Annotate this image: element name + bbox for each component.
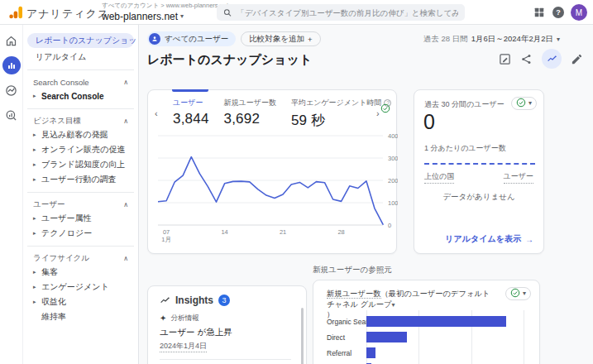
- metric-tab-0[interactable]: ユーザー3,844: [173, 98, 209, 130]
- channels-bar-chart: Organic SearchDirectReferral: [327, 310, 530, 364]
- global-search[interactable]: [217, 4, 465, 21]
- sidebar-item-3-1[interactable]: ▸エンゲージメント: [23, 280, 138, 295]
- bar[interactable]: [366, 316, 506, 327]
- sidebar-item-label: ブランド認知度の向上: [41, 159, 125, 170]
- caret-down-icon: ▾: [180, 13, 184, 20]
- explore-icon[interactable]: [2, 81, 21, 99]
- audience-filter-chip[interactable]: すべてのユーザー: [147, 31, 236, 46]
- google-analytics-logo-icon[interactable]: [8, 5, 23, 20]
- search-input[interactable]: [237, 8, 458, 17]
- sidebar-item-0-0[interactable]: ▸Search Console: [23, 89, 138, 103]
- sidebar-item-label: 集客: [41, 266, 58, 278]
- svg-text:21: 21: [280, 228, 286, 236]
- insights-toggle[interactable]: [542, 49, 562, 69]
- sidebar-section-header-0[interactable]: Search Console∧: [23, 75, 138, 89]
- sidebar-item-report-snapshot[interactable]: レポートのスナップショット: [27, 33, 134, 48]
- caret-down-icon: ▾: [391, 301, 395, 309]
- caret-down-icon: ▾: [523, 290, 526, 297]
- sources-data-quality-menu[interactable]: ▾: [505, 287, 531, 300]
- collapse-icon: ∧: [123, 201, 128, 208]
- arrow-right-icon: →: [525, 235, 533, 244]
- share-icon[interactable]: [520, 53, 533, 65]
- advertising-icon[interactable]: [2, 106, 21, 124]
- realtime-card: 過去 30 分間のユーザー ▾ 0 1 分あたりのユーザー数 上位の国 ユーザー…: [414, 89, 544, 254]
- new-users-sources-card: 新規ユーザー数（最初のユーザーのデフォルト チャネル グループ▾ ） ▾ Org…: [313, 280, 540, 364]
- insight-kicker: ✦分析情報: [160, 314, 291, 323]
- chevron-right-icon[interactable]: ›: [376, 108, 380, 118]
- item-arrow-icon: ▸: [33, 176, 41, 183]
- sidebar-section-header-3[interactable]: ライフサイクル∧: [23, 251, 138, 265]
- metric-label: 新規ユーザー数: [224, 98, 276, 108]
- item-arrow-icon: ▸: [33, 230, 41, 237]
- item-arrow-icon: ▸: [33, 161, 41, 168]
- metric-tab-1[interactable]: 新規ユーザー数3,692: [224, 98, 276, 130]
- reports-icon[interactable]: [2, 56, 21, 74]
- key-metrics-card: ‹ ユーザー3,844新規ユーザー数3,692平均エンゲージメント時間?59 秒…: [147, 89, 397, 254]
- sidebar-item-label: ユーザー属性: [41, 213, 91, 224]
- realtime-col-country[interactable]: 上位の国: [424, 171, 454, 184]
- sidebar-section-header-1[interactable]: ビジネス目標∧: [23, 114, 138, 127]
- realtime-col-users[interactable]: ユーザー: [504, 171, 533, 184]
- apps-grid-icon[interactable]: [533, 7, 545, 18]
- insights-scrollbar[interactable]: [301, 308, 304, 364]
- edit-icon[interactable]: [571, 53, 583, 65]
- sidebar-item-label: 維持率: [41, 311, 66, 323]
- date-range-selector[interactable]: 過去 28 日間 1月6日～2024年2月2日 ▾: [423, 34, 560, 45]
- account-switcher[interactable]: すべてのアカウント > www.web-planners.net web-pla…: [102, 2, 228, 22]
- audience-icon: [149, 33, 160, 45]
- compare-chip-label: 比較対象を追加: [249, 34, 304, 45]
- collapse-icon: ∧: [123, 79, 128, 86]
- insight-title[interactable]: ユーザー が急上昇: [160, 327, 291, 338]
- sidebar-item-3-2[interactable]: ▸収益化: [23, 295, 138, 309]
- svg-text:14: 14: [221, 228, 227, 236]
- date-range-label: 過去 28 日間: [423, 34, 468, 45]
- sidebar-divider: [27, 108, 134, 109]
- users-line-series: [158, 157, 383, 225]
- insight-divider: [160, 359, 291, 360]
- sidebar-item-3-3[interactable]: 維持率: [23, 309, 138, 324]
- avatar[interactable]: M: [571, 4, 587, 21]
- bar[interactable]: [366, 347, 375, 358]
- sidebar-item-1-0[interactable]: ▸見込み顧客の発掘: [23, 127, 138, 142]
- sidebar-item-2-0[interactable]: ▸ユーザー属性: [23, 211, 138, 226]
- app-title: アナリティクス: [26, 7, 109, 22]
- chevron-left-icon[interactable]: ‹: [155, 108, 158, 118]
- sidebar-section-header-2[interactable]: ユーザー∧: [23, 198, 138, 211]
- sidebar-item-label: テクノロジー: [41, 228, 92, 239]
- insight-date-wrap: 2024年1月4日: [160, 338, 291, 352]
- sparkle-icon: ✦: [160, 314, 166, 323]
- sidebar-item-label: ユーザー行動の調査: [41, 174, 117, 185]
- sidebar-item-1-1[interactable]: ▸オンライン販売の促進: [23, 142, 138, 157]
- add-comparison-chip[interactable]: 比較対象を追加 +: [241, 31, 320, 46]
- page-title: レポートのスナップショット: [147, 52, 312, 68]
- home-icon[interactable]: [2, 31, 21, 50]
- data-quality-icon[interactable]: [380, 103, 390, 115]
- svg-text:0: 0: [388, 222, 391, 229]
- data-quality-icon: [510, 288, 520, 299]
- nav-rail: [0, 25, 23, 364]
- audience-chip-label: すべてのユーザー: [165, 34, 228, 45]
- item-arrow-icon: ▸: [33, 299, 41, 305]
- insights-card: Insights 3 ✦分析情報ユーザー が急上昇2024年1月4日✦分析情報: [147, 285, 307, 364]
- collapse-icon: ∧: [123, 117, 128, 125]
- view-realtime-link[interactable]: リアルタイムを表示 →: [445, 233, 533, 245]
- caret-down-icon: ▾: [557, 36, 560, 43]
- svg-text:400: 400: [388, 132, 398, 140]
- customize-report-icon[interactable]: [499, 53, 511, 65]
- sidebar-item-2-1[interactable]: ▸テクノロジー: [23, 226, 138, 241]
- insights-icon: [547, 54, 557, 65]
- realtime-title: 過去 30 分間のユーザー: [424, 99, 505, 110]
- sidebar-item-1-2[interactable]: ▸ブランド認知度の向上: [23, 157, 138, 172]
- bar[interactable]: [366, 332, 407, 342]
- data-quality-icon: [516, 98, 526, 109]
- metric-tab-indicator: [172, 89, 208, 92]
- sources-section-title: 新規ユーザーの参照元: [313, 265, 392, 275]
- item-arrow-icon: ▸: [33, 215, 41, 222]
- realtime-data-quality-menu[interactable]: ▾: [511, 97, 537, 110]
- date-range-value: 1月6日～2024年2月2日: [471, 34, 553, 45]
- help-icon[interactable]: ?: [552, 7, 564, 18]
- sidebar-item-3-0[interactable]: ▸集客: [23, 265, 138, 280]
- sidebar-item-1-3[interactable]: ▸ユーザー行動の調査: [23, 172, 138, 187]
- sidebar-item-realtime[interactable]: リアルタイム: [23, 50, 138, 65]
- search-icon: [223, 8, 232, 17]
